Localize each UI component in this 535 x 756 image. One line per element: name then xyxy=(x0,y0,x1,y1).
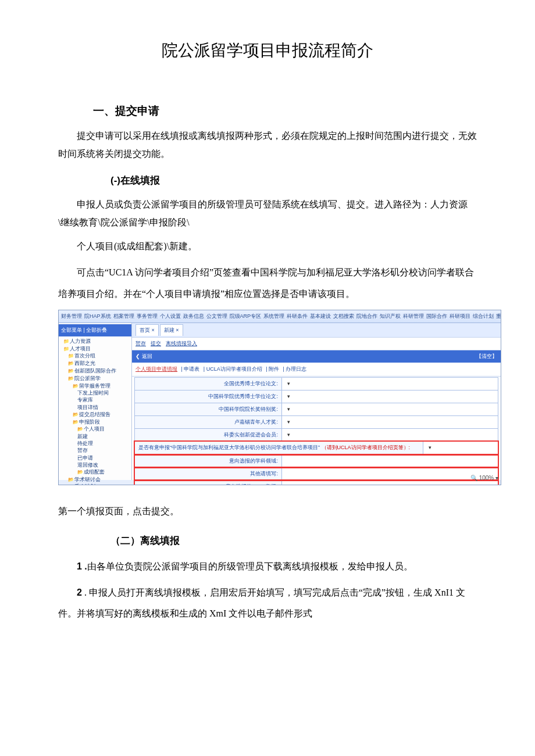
ucla-apply-row[interactable]: 是否有意申报“中国科学院与加利福尼亚大学洛杉矶分校访问学者联合培养项目” （请到… xyxy=(134,441,498,454)
back-bar[interactable]: ❮ 返回 【清空】 xyxy=(132,350,501,363)
subtab[interactable]: 附件 xyxy=(269,366,279,372)
screenshot-app: 财务管理院HAP系统档案管理事务管理个人设置政务信息公文管理院级ARP专区系统管… xyxy=(58,310,501,485)
menu-item[interactable]: 事务管理 xyxy=(137,313,158,319)
subtab-selected[interactable]: 个人项目申请填报 xyxy=(135,366,177,372)
toolbar-action[interactable]: 暂存 xyxy=(135,341,146,346)
subtab[interactable]: 办理日志 xyxy=(286,366,306,372)
tree-node[interactable]: 首次分组 xyxy=(60,352,130,360)
form-label: 中国科学院院长奖特别奖: xyxy=(135,403,282,415)
form-input[interactable] xyxy=(282,455,498,467)
menu-item[interactable]: 综合计划 xyxy=(473,313,494,319)
tree-node[interactable]: 下发上报时间 xyxy=(60,389,130,396)
subtab[interactable]: 申请表 xyxy=(184,366,199,372)
menu-item[interactable]: 院HAP系统 xyxy=(84,313,111,319)
tree-node[interactable]: 人力资源 xyxy=(60,338,130,345)
tree-node[interactable]: 个人项目 xyxy=(60,425,130,433)
menu-item[interactable]: 政务信息 xyxy=(183,313,204,319)
back-button[interactable]: ❮ 返回 xyxy=(135,352,152,361)
chevron-down-icon[interactable]: ▾ xyxy=(284,430,293,440)
form-row-highlight: 意向选报的UCLA教授: xyxy=(134,480,498,485)
chevron-down-icon[interactable]: ▾ xyxy=(284,404,293,414)
form-row: 全国优秀博士学位论文:▾ xyxy=(134,377,498,390)
tree-node[interactable]: 院公派留学 xyxy=(60,375,130,382)
nav-tree[interactable]: 人力资源人才项目首次分组西部之光创新团队国际合作院公派留学留学服务管理下发上报时… xyxy=(59,336,131,485)
menu-item[interactable]: 院地合作 xyxy=(356,313,377,319)
tree-node[interactable]: 学术研讨会 xyxy=(60,476,130,483)
form-dropdown[interactable]: ▾ xyxy=(282,403,498,415)
chevron-down-icon[interactable]: ▾ xyxy=(284,417,293,427)
chevron-down-icon[interactable]: ▾ xyxy=(284,379,293,389)
toolbar-action[interactable]: 提交 xyxy=(151,341,161,346)
menu-item[interactable]: 基本建设 xyxy=(310,313,331,319)
offline-step-2: 2 . 申报人员打开离线填报模板，启用宏后开始填写，填写完成后点击“完成”按钮，… xyxy=(58,582,477,623)
form-dropdown[interactable]: ▾ xyxy=(282,378,498,390)
menu-item[interactable]: 重大科研项目管理 xyxy=(496,313,501,319)
sidebar-header[interactable]: 全部菜单 | 全部折叠 xyxy=(59,324,131,336)
form-label: 全国优秀博士学位论文: xyxy=(135,378,282,390)
toolbar-action[interactable]: 离线填报导入 xyxy=(166,341,197,346)
zoom-indicator[interactable]: 🔍 100% ▾ xyxy=(470,472,498,483)
ucla-label: 是否有意申报“中国科学院与加利福尼亚大学洛杉矶分校访问学者联合培养项目” xyxy=(138,445,320,450)
step-number-1: 1 . xyxy=(77,561,87,571)
menu-item[interactable]: 知识产权 xyxy=(380,313,401,319)
form-area: 全国优秀博士学位论文:▾中国科学院优秀博士学位论文:▾中国科学院院长奖特别奖:▾… xyxy=(132,377,501,485)
sidebar-all-menu[interactable]: 全部菜单 xyxy=(61,327,82,333)
tree-node[interactable]: 专家库 xyxy=(60,396,130,403)
menu-item[interactable]: 系统管理 xyxy=(263,313,284,319)
menu-item[interactable]: 档案管理 xyxy=(113,313,134,319)
tree-node[interactable]: 提交总结报告 xyxy=(60,411,130,418)
form-row: 卢嘉锡青年人才奖:▾ xyxy=(134,415,498,429)
form-label: 中国科学院优秀博士学位论文: xyxy=(135,390,282,403)
tree-node[interactable]: 千人计划 xyxy=(60,483,130,485)
tree-node[interactable]: 暂存 xyxy=(60,447,130,454)
menu-item[interactable]: 国际合作 xyxy=(426,313,447,319)
menu-item[interactable]: 科研项目 xyxy=(450,313,470,319)
menu-item[interactable]: 公文管理 xyxy=(206,313,227,319)
form-label: 卢嘉锡青年人才奖: xyxy=(135,416,282,428)
tree-node[interactable]: 成组配套 xyxy=(60,468,130,476)
form-dropdown[interactable]: ▾ xyxy=(282,390,498,403)
tree-node[interactable]: 创新团队国际合作 xyxy=(60,367,130,375)
form-row-highlight: 其他请填写: xyxy=(134,467,498,481)
menu-item[interactable]: 文档搜索 xyxy=(333,313,354,319)
para-intro: 提交申请可以采用在线填报或离线填报两种形式，必须在院规定的上报时间范围内进行提交… xyxy=(58,127,477,163)
sub-tabs[interactable]: 个人项目申请填报 | 申请表 | UCLA访问学者项目介绍 | 附件 | 办理日… xyxy=(132,363,501,377)
tree-node[interactable]: 已申请 xyxy=(60,454,130,461)
toolbar[interactable]: 暂存提交离线填报导入 xyxy=(132,338,501,350)
menu-item[interactable]: 个人设置 xyxy=(160,313,181,319)
page-tab[interactable]: 新建 × xyxy=(160,324,183,336)
form-label: 意向选报的学科领域: xyxy=(135,455,282,467)
menu-item[interactable]: 财务管理 xyxy=(61,313,82,319)
page-title: 院公派留学项目申报流程简介 xyxy=(58,35,477,66)
page-tab[interactable]: 首页 × xyxy=(135,324,159,336)
tree-node[interactable]: 待处理 xyxy=(60,440,130,447)
tree-node[interactable]: 留学服务管理 xyxy=(60,382,130,390)
clear-link[interactable]: 【清空】 xyxy=(476,352,497,361)
chevron-down-icon[interactable]: ▾ xyxy=(426,443,434,453)
menu-item[interactable]: 院级ARP专区 xyxy=(230,313,262,319)
form-input[interactable] xyxy=(282,481,498,485)
para-online-3: 可点击“UC1A 访问学者项目介绍”页签查看中国科学院与加利福尼亚大学洛杉矶分校… xyxy=(58,262,477,305)
tree-node[interactable]: 新建 xyxy=(60,433,130,440)
offline-step-1: 1 .由各单位负责院公派留学项目的所级管理员下载离线填报模板，发给申报人员。 xyxy=(58,556,477,576)
top-menu-bar: 财务管理院HAP系统档案管理事务管理个人设置政务信息公文管理院级ARP专区系统管… xyxy=(59,310,501,323)
sidebar-collapse-all[interactable]: 全部折叠 xyxy=(86,327,107,333)
form-label: 其他请填写: xyxy=(135,468,282,480)
heading-1-1: (-)在线填报 xyxy=(110,171,477,190)
tree-node[interactable]: 申报阶段 xyxy=(60,418,130,426)
form-dropdown[interactable]: ▾ xyxy=(282,416,498,428)
form-input[interactable] xyxy=(282,468,498,480)
subtab[interactable]: UCLA访问学者项目介绍 xyxy=(206,366,262,372)
ucla-note: （请到UCLA访问学者项目介绍页签）: xyxy=(322,445,411,450)
form-dropdown[interactable]: ▾ xyxy=(282,429,498,441)
menu-item[interactable]: 科研管理 xyxy=(403,313,424,319)
tree-node[interactable]: 西部之光 xyxy=(60,360,130,367)
form-row-highlight: 意向选报的学科领域: xyxy=(134,454,498,468)
tree-node[interactable]: 退回修改 xyxy=(60,461,130,468)
menu-item[interactable]: 科研条件 xyxy=(287,313,308,319)
tree-node[interactable]: 人才项目 xyxy=(60,345,130,353)
page-tabs[interactable]: 首页 ×新建 × xyxy=(132,323,501,338)
para-online-1: 申报人员或负责公派留学项目的所级管理员可登陆系统在线填写、提交。进入路径为：人力… xyxy=(58,196,477,231)
tree-node[interactable]: 项目详情 xyxy=(60,404,130,411)
chevron-down-icon[interactable]: ▾ xyxy=(284,392,293,402)
